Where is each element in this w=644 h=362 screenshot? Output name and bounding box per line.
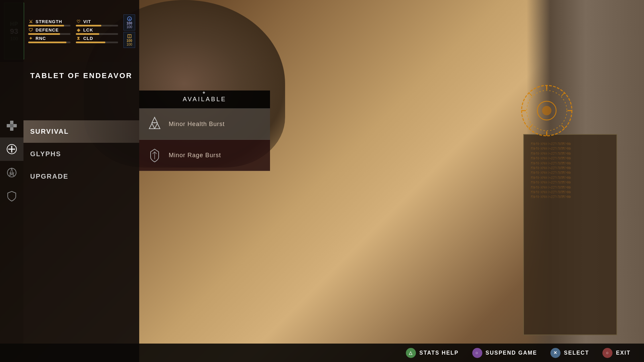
cld-bar-fill	[76, 42, 105, 43]
lck-stat: ◈ LCK	[76, 27, 118, 35]
cooldown-stat-icon	[127, 34, 132, 39]
rnc-icon: ✦	[28, 36, 34, 41]
shield-icon	[6, 190, 18, 202]
svg-line-10	[561, 93, 565, 96]
svg-text:⊕: ⊕	[128, 18, 130, 21]
menu-item-glyphs[interactable]: GLYPHS	[23, 143, 139, 165]
sidebar-glyphs[interactable]	[0, 161, 23, 184]
health-burst-icon	[146, 115, 163, 133]
vit-header: ♡ VIT	[76, 19, 118, 24]
strength-header: ⚔ STRENGTH	[28, 19, 70, 24]
strength-label: STRENGTH	[36, 19, 62, 24]
sidebar-survival[interactable]	[0, 137, 23, 161]
suspend-game-button[interactable]: ○ SUSPEND GAME	[472, 348, 537, 358]
upgrade-label: UPGRADE	[30, 173, 68, 180]
skill-minor-health-burst[interactable]: Minor Health Burst	[139, 109, 270, 140]
available-header: AVAILABLE	[139, 90, 270, 109]
circular-glyph	[517, 80, 577, 141]
cooldown-box: 100 100	[123, 32, 135, 48]
lck-icon: ◈	[76, 27, 81, 33]
menu-title: TABLET OF ENDEAVOR	[23, 62, 139, 87]
survival-label: SURVIVAL	[30, 128, 69, 135]
triangle-button-icon: △	[406, 348, 416, 358]
rnc-label: RNC	[36, 36, 46, 41]
runic-stat-icon: ⊕	[127, 16, 132, 21]
lck-header: ◈ LCK	[76, 27, 118, 33]
stats-help-label: STATS HELP	[419, 350, 459, 356]
dpad-icon	[6, 120, 18, 132]
vit-icon: ♡	[76, 19, 81, 24]
cld-icon: ⧗	[76, 36, 81, 41]
select-label: SELECT	[564, 350, 589, 356]
vit-label: VIT	[83, 19, 91, 24]
menu-item-upgrade[interactable]: UPGRADE	[23, 165, 139, 188]
svg-marker-25	[155, 123, 160, 129]
defence-bar-fill	[28, 33, 60, 35]
menu-items-list: SURVIVAL GLYPHS UPGRADE	[23, 120, 139, 188]
circle-button-icon: ○	[472, 348, 482, 358]
glyphs-label: GLYPHS	[30, 150, 61, 158]
runic-box: ⊕ 100 100	[123, 14, 135, 31]
svg-line-8	[529, 93, 532, 96]
defence-label: DEFENCE	[36, 27, 59, 33]
sidebar-upgrade[interactable]	[0, 184, 23, 208]
svg-line-9	[561, 125, 565, 128]
vit-bar-bg	[76, 25, 118, 26]
rune-tablet: ᚠᚢᚦᚨᚱᚲᚷᚹᚺᚾᛁᛃᛇᛈᛉᛊᛏᛒᛖᛗᛚᛜᛞᛟ ᚠᚢᚦᚨᚱᚲᚷᚹᚺᚾᛁᛃᛇᛈᛉ…	[523, 134, 617, 335]
rage-burst-label: Minor Rage Burst	[169, 152, 221, 159]
lck-bar-bg	[76, 33, 118, 35]
svg-rect-20	[10, 124, 13, 127]
stats-help-button[interactable]: △ STATS HELP	[406, 348, 459, 358]
rage-burst-icon	[146, 146, 163, 164]
rune-inscription: ᚠᚢᚦᚨᚱᚲᚷᚹᚺᚾᛁᛃᛇᛈᛉᛊᛏᛒᛖᛗᛚᛜᛞᛟ ᚠᚢᚦᚨᚱᚲᚷᚹᚺᚾᛁᛃᛇᛈᛉ…	[531, 141, 610, 199]
svg-point-3	[542, 106, 551, 115]
svg-line-11	[529, 125, 532, 128]
o-button-icon: ○	[602, 348, 612, 358]
cld-bar-bg	[76, 42, 118, 43]
glyphs-icon	[6, 167, 18, 179]
bottom-bar: △ STATS HELP ○ SUSPEND GAME ✕ SELECT ○ E…	[0, 344, 644, 362]
svg-point-22	[7, 168, 16, 177]
cld-label: CLD	[83, 36, 93, 41]
exit-label: EXIT	[616, 350, 631, 356]
defence-stat: 🛡 DEFENCE	[28, 27, 70, 35]
cooldown-val2: 100	[126, 43, 132, 46]
lck-label: LCK	[83, 27, 93, 33]
svg-marker-24	[149, 123, 155, 129]
vit-bar-fill	[76, 25, 101, 26]
rnc-bar-fill	[28, 42, 66, 43]
rnc-header: ✦ RNC	[28, 36, 70, 41]
skill-minor-rage-burst[interactable]: Minor Rage Burst	[139, 140, 270, 171]
strength-bar-fill	[28, 25, 64, 26]
rnc-bar-bg	[28, 42, 70, 43]
defence-bar-bg	[28, 33, 70, 35]
exit-button[interactable]: ○ EXIT	[602, 348, 631, 358]
runic-val1: 100	[126, 21, 132, 25]
strength-bar-bg	[28, 25, 70, 26]
runic-val2: 100	[126, 25, 132, 29]
health-burst-label: Minor Health Burst	[169, 121, 225, 128]
x-button-icon: ✕	[550, 348, 560, 358]
cld-stat: ⧗ CLD	[76, 36, 118, 43]
menu-panel: TABLET OF ENDEAVOR SURVIVAL GLYPHS UPGRA…	[23, 62, 139, 362]
vit-stat: ♡ VIT	[76, 19, 118, 26]
cld-header: ⧗ CLD	[76, 36, 118, 41]
menu-item-survival[interactable]: SURVIVAL	[23, 120, 139, 143]
sidebar-panel	[0, 0, 23, 362]
lck-bar-fill	[76, 33, 99, 35]
suspend-game-label: SUSPEND GAME	[486, 350, 537, 356]
sidebar-dpad[interactable]	[0, 114, 23, 137]
defence-header: 🛡 DEFENCE	[28, 27, 70, 33]
available-panel: AVAILABLE Minor Health Burst Minor Rage …	[139, 90, 270, 171]
main-stats-grid: ⚔ STRENGTH ♡ VIT 🛡 DEFENCE	[28, 3, 118, 59]
strength-stat: ⚔ STRENGTH	[28, 19, 70, 26]
strength-icon: ⚔	[28, 19, 34, 24]
svg-rect-19	[13, 124, 17, 127]
available-label: AVAILABLE	[183, 96, 226, 103]
cooldown-val1: 100	[126, 39, 132, 43]
svg-rect-16	[10, 121, 13, 124]
select-button[interactable]: ✕ SELECT	[550, 348, 589, 358]
rnc-stat: ✦ RNC	[28, 36, 70, 43]
svg-marker-23	[152, 117, 157, 123]
survival-icon	[6, 143, 18, 155]
